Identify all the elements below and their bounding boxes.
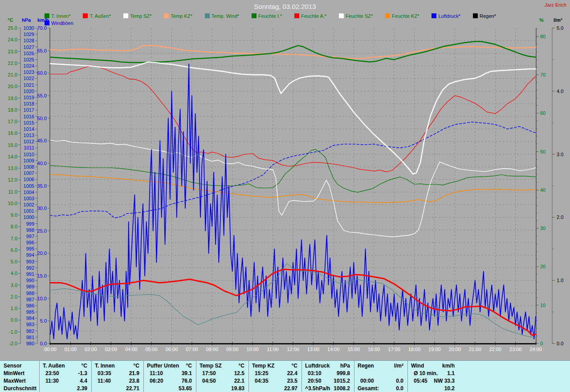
svg-text:1018: 1018	[24, 101, 34, 106]
svg-text:19.0: 19.0	[8, 96, 17, 101]
table-cell: °C	[81, 362, 91, 370]
table-cell: 1.1	[447, 370, 459, 377]
svg-text:65.0: 65.0	[37, 48, 47, 53]
svg-text:3.0: 3.0	[11, 283, 17, 288]
svg-text:11.0: 11.0	[8, 189, 17, 194]
svg-text:60.0: 60.0	[37, 70, 47, 76]
table-group-temp-kz: Temp KZ°C15:2522.404:3523.522.97	[248, 361, 301, 392]
axes: 25.024.023.022.021.020.019.018.017.016.0…	[8, 25, 564, 346]
svg-text:22.0: 22.0	[8, 61, 17, 66]
svg-text:982: 982	[26, 328, 34, 334]
svg-text:20.0: 20.0	[8, 84, 17, 89]
table-cell: 22.71	[126, 385, 143, 392]
svg-text:1011: 1011	[24, 145, 34, 150]
svg-text:1002: 1002	[24, 202, 34, 207]
table-cell: 00:00	[354, 377, 374, 385]
table-cell: Ø 10 min.	[408, 370, 438, 377]
axis-percent: 80706050403020100	[536, 29, 546, 346]
svg-text:21.0: 21.0	[8, 72, 17, 77]
table-cell: 11:30	[40, 377, 59, 385]
table-cell: T. Innen	[92, 362, 115, 370]
svg-text:1026: 1026	[24, 51, 34, 56]
svg-text:55.0: 55.0	[37, 93, 47, 98]
svg-text:20.0: 20.0	[37, 251, 47, 256]
svg-text:15.0: 15.0	[8, 142, 17, 148]
svg-text:1028: 1028	[24, 38, 34, 43]
svg-text:16:00: 16:00	[368, 347, 380, 352]
svg-text:70.0: 70.0	[37, 25, 47, 31]
svg-text:985: 985	[26, 309, 34, 315]
svg-text:1016: 1016	[24, 114, 34, 119]
table-group-luftdruck: LuftdruckhPa03:10999.820:501015.2^3.5hPa…	[301, 361, 354, 392]
table-cell	[40, 385, 43, 392]
svg-text:40.0: 40.0	[37, 161, 47, 166]
svg-text:15:00: 15:00	[347, 347, 360, 352]
svg-text:981: 981	[26, 335, 34, 340]
table-group-regen: Regenl/m²00:000.0Gesamt:0.0	[354, 361, 407, 392]
table-cell: 20:50	[302, 377, 322, 385]
svg-text:1030: 1030	[24, 25, 34, 31]
svg-text:10.0: 10.0	[8, 201, 17, 206]
svg-text:1015: 1015	[24, 120, 34, 125]
chart-plot[interactable]: 25.024.023.022.021.020.019.018.017.016.0…	[0, 0, 570, 360]
table-cell: Luftdruck	[302, 362, 330, 370]
svg-text:1025: 1025	[24, 57, 34, 62]
svg-text:70: 70	[540, 72, 546, 77]
table-cell: Temp KZ	[249, 362, 274, 370]
svg-text:20:00: 20:00	[449, 347, 461, 352]
table-cell: Regen	[354, 362, 374, 370]
table-cell: 04:35	[249, 377, 269, 385]
svg-text:4.0: 4.0	[11, 271, 17, 276]
svg-text:987: 987	[26, 297, 34, 302]
svg-text:18:00: 18:00	[408, 347, 421, 352]
svg-text:0.0: 0.0	[11, 317, 17, 323]
table-row-label: MaxWert	[0, 377, 39, 385]
table-cell: T. Außen	[40, 362, 65, 370]
axis-hpa: 1030102910281027102610251024102310221021…	[24, 25, 37, 346]
svg-text:17:00: 17:00	[388, 347, 400, 352]
svg-text:13.0: 13.0	[8, 166, 17, 171]
svg-text:30: 30	[540, 226, 546, 231]
svg-text:983: 983	[26, 322, 34, 327]
weather-day-chart-window: Sonntag, 03.02.2013 Jarz Erich °C hPa km…	[0, 0, 570, 392]
table-cell	[408, 385, 411, 392]
svg-text:1009: 1009	[24, 158, 34, 163]
table-row-labels: SensorMinWertMaxWertDurchschnitt	[0, 361, 39, 392]
axis-kmh: 70.065.060.055.050.045.040.035.030.025.0…	[37, 25, 50, 346]
svg-text:00:00: 00:00	[44, 347, 57, 352]
svg-text:22:00: 22:00	[489, 347, 501, 352]
svg-text:1017: 1017	[24, 107, 34, 113]
table-cell: 39.1	[182, 370, 196, 377]
table-cell: 76.0	[182, 377, 196, 385]
table-cell: NW 33.3	[434, 377, 459, 385]
table-cell: 12.5	[234, 370, 248, 377]
svg-text:1003: 1003	[24, 196, 34, 201]
svg-text:992: 992	[26, 265, 34, 271]
table-cell: 0.0	[396, 385, 407, 392]
svg-text:-2.0: -2.0	[9, 341, 17, 346]
svg-text:3.0: 3.0	[557, 152, 563, 157]
svg-text:1013: 1013	[24, 133, 34, 138]
table-cell: 23.8	[129, 377, 143, 385]
table-cell	[196, 385, 200, 392]
svg-text:5.0: 5.0	[11, 259, 17, 264]
svg-text:1029: 1029	[24, 32, 34, 37]
svg-text:13:00: 13:00	[307, 347, 320, 352]
svg-text:45.0: 45.0	[37, 138, 47, 143]
table-cell	[249, 385, 252, 392]
svg-text:40: 40	[540, 187, 546, 193]
table-cell: l/m²	[394, 362, 407, 370]
table-cell: 17:50	[196, 370, 216, 377]
table-cell: 4.4	[80, 377, 91, 385]
axis-lm2: 5.04.03.02.01.00.0	[552, 25, 563, 346]
svg-text:23:00: 23:00	[509, 347, 522, 352]
svg-text:20: 20	[540, 264, 546, 269]
table-cell: 11:10	[144, 370, 163, 377]
svg-text:21:00: 21:00	[469, 347, 481, 352]
svg-text:988: 988	[26, 291, 34, 296]
svg-text:7.0: 7.0	[11, 236, 17, 241]
svg-text:17.0: 17.0	[8, 119, 17, 124]
table-group-t-innen: T. Innen°C03:3521.911:4023.822.71	[91, 361, 143, 392]
svg-text:9.0: 9.0	[11, 212, 17, 218]
svg-text:10: 10	[540, 303, 546, 308]
